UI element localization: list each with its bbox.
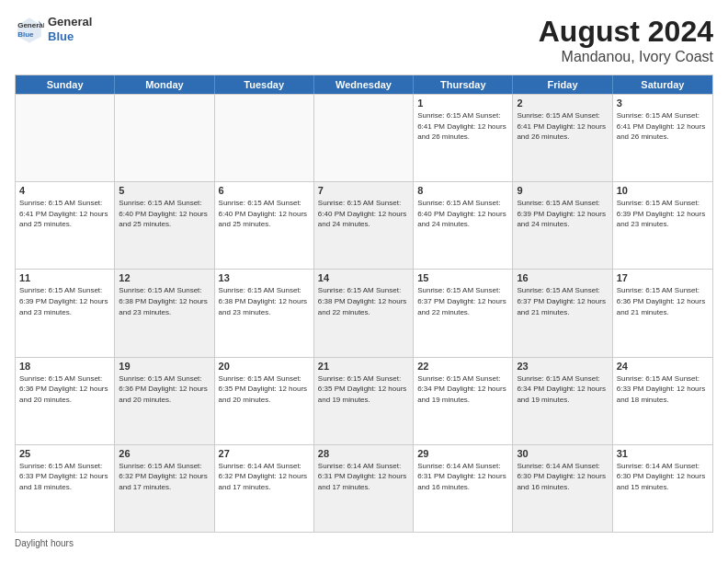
day-number: 23 [517, 361, 608, 372]
day-number: 16 [517, 272, 608, 283]
day-number: 10 [617, 185, 709, 196]
calendar-cell: 17Sunrise: 6:15 AM Sunset: 6:36 PM Dayli… [613, 270, 712, 356]
calendar-header-cell: Friday [513, 75, 612, 94]
day-number: 19 [119, 361, 210, 372]
calendar-header-cell: Saturday [613, 75, 712, 94]
day-info: Sunrise: 6:15 AM Sunset: 6:37 PM Dayligh… [517, 285, 608, 317]
calendar-cell: 27Sunrise: 6:14 AM Sunset: 6:32 PM Dayli… [215, 445, 314, 532]
day-info: Sunrise: 6:15 AM Sunset: 6:38 PM Dayligh… [119, 285, 210, 317]
day-info: Sunrise: 6:15 AM Sunset: 6:33 PM Dayligh… [19, 461, 110, 493]
day-info: Sunrise: 6:14 AM Sunset: 6:31 PM Dayligh… [417, 461, 508, 493]
logo-text: General Blue [48, 15, 92, 43]
day-number: 4 [19, 185, 110, 196]
calendar-cell: 3Sunrise: 6:15 AM Sunset: 6:41 PM Daylig… [613, 95, 712, 181]
day-info: Sunrise: 6:15 AM Sunset: 6:40 PM Dayligh… [119, 198, 210, 230]
calendar-cell: 21Sunrise: 6:15 AM Sunset: 6:35 PM Dayli… [314, 358, 414, 444]
day-info: Sunrise: 6:14 AM Sunset: 6:30 PM Dayligh… [617, 461, 709, 493]
day-number: 14 [318, 272, 409, 283]
calendar-cell: 16Sunrise: 6:15 AM Sunset: 6:37 PM Dayli… [513, 270, 612, 356]
calendar-cell: 2Sunrise: 6:15 AM Sunset: 6:41 PM Daylig… [513, 95, 612, 181]
day-number: 12 [119, 272, 210, 283]
day-number: 27 [219, 448, 310, 459]
calendar-cell [215, 95, 314, 181]
calendar-cell: 11Sunrise: 6:15 AM Sunset: 6:39 PM Dayli… [16, 270, 115, 356]
calendar-cell: 4Sunrise: 6:15 AM Sunset: 6:41 PM Daylig… [16, 182, 115, 269]
page-title: August 2024 [539, 15, 713, 49]
day-info: Sunrise: 6:15 AM Sunset: 6:32 PM Dayligh… [119, 461, 210, 493]
logo-line2: Blue [48, 29, 92, 44]
calendar-cell: 14Sunrise: 6:15 AM Sunset: 6:38 PM Dayli… [314, 270, 414, 356]
day-info: Sunrise: 6:15 AM Sunset: 6:40 PM Dayligh… [318, 198, 409, 230]
calendar-header-cell: Wednesday [314, 75, 414, 94]
logo: General Blue General Blue [15, 15, 92, 44]
day-info: Sunrise: 6:15 AM Sunset: 6:37 PM Dayligh… [417, 285, 508, 317]
day-info: Sunrise: 6:15 AM Sunset: 6:39 PM Dayligh… [517, 198, 608, 230]
day-number: 17 [617, 272, 709, 283]
calendar-cell: 9Sunrise: 6:15 AM Sunset: 6:39 PM Daylig… [513, 182, 612, 269]
calendar-header-cell: Sunday [16, 75, 115, 94]
day-number: 6 [219, 185, 310, 196]
day-number: 9 [517, 185, 608, 196]
day-info: Sunrise: 6:15 AM Sunset: 6:36 PM Dayligh… [617, 285, 709, 317]
svg-text:Blue: Blue [17, 30, 34, 39]
day-number: 15 [417, 272, 508, 283]
day-number: 1 [417, 98, 508, 109]
day-info: Sunrise: 6:15 AM Sunset: 6:34 PM Dayligh… [417, 373, 508, 406]
calendar-cell: 12Sunrise: 6:15 AM Sunset: 6:38 PM Dayli… [115, 270, 214, 356]
title-block: August 2024 Mandanou, Ivory Coast [539, 15, 713, 65]
page-subtitle: Mandanou, Ivory Coast [539, 49, 713, 65]
day-number: 31 [617, 448, 709, 459]
calendar-week: 11Sunrise: 6:15 AM Sunset: 6:39 PM Dayli… [16, 269, 712, 356]
day-number: 5 [119, 185, 210, 196]
calendar-cell: 19Sunrise: 6:15 AM Sunset: 6:36 PM Dayli… [115, 358, 214, 444]
day-info: Sunrise: 6:15 AM Sunset: 6:35 PM Dayligh… [318, 373, 409, 406]
day-number: 8 [417, 185, 508, 196]
daylight-note: Daylight hours [15, 538, 74, 548]
day-number: 26 [119, 448, 210, 459]
day-info: Sunrise: 6:15 AM Sunset: 6:41 PM Dayligh… [19, 198, 110, 230]
day-info: Sunrise: 6:15 AM Sunset: 6:39 PM Dayligh… [19, 285, 110, 317]
day-info: Sunrise: 6:15 AM Sunset: 6:33 PM Dayligh… [617, 373, 709, 406]
day-info: Sunrise: 6:15 AM Sunset: 6:41 PM Dayligh… [617, 110, 709, 143]
calendar-header: SundayMondayTuesdayWednesdayThursdayFrid… [16, 75, 712, 94]
calendar-cell: 15Sunrise: 6:15 AM Sunset: 6:37 PM Dayli… [414, 270, 513, 356]
calendar-cell: 8Sunrise: 6:15 AM Sunset: 6:40 PM Daylig… [414, 182, 513, 269]
day-number: 25 [19, 448, 110, 459]
calendar-cell: 7Sunrise: 6:15 AM Sunset: 6:40 PM Daylig… [314, 182, 414, 269]
calendar-cell: 24Sunrise: 6:15 AM Sunset: 6:33 PM Dayli… [613, 358, 712, 444]
page: General Blue General Blue August 2024 Ma… [0, 0, 728, 563]
day-number: 3 [617, 98, 709, 109]
header: General Blue General Blue August 2024 Ma… [15, 15, 713, 65]
day-number: 28 [318, 448, 409, 459]
calendar: SundayMondayTuesdayWednesdayThursdayFrid… [15, 75, 713, 533]
day-number: 13 [219, 272, 310, 283]
calendar-week: 25Sunrise: 6:15 AM Sunset: 6:33 PM Dayli… [16, 444, 712, 532]
calendar-cell [115, 95, 214, 181]
day-info: Sunrise: 6:15 AM Sunset: 6:41 PM Dayligh… [517, 110, 608, 143]
day-info: Sunrise: 6:14 AM Sunset: 6:32 PM Dayligh… [219, 461, 310, 493]
calendar-week: 1Sunrise: 6:15 AM Sunset: 6:41 PM Daylig… [16, 94, 712, 181]
calendar-cell: 6Sunrise: 6:15 AM Sunset: 6:40 PM Daylig… [215, 182, 314, 269]
day-number: 2 [517, 98, 608, 109]
day-info: Sunrise: 6:15 AM Sunset: 6:40 PM Dayligh… [417, 198, 508, 230]
calendar-cell: 13Sunrise: 6:15 AM Sunset: 6:38 PM Dayli… [215, 270, 314, 356]
day-info: Sunrise: 6:15 AM Sunset: 6:41 PM Dayligh… [417, 110, 508, 143]
calendar-header-cell: Monday [115, 75, 214, 94]
day-number: 30 [517, 448, 608, 459]
footer-note: Daylight hours [15, 538, 713, 548]
day-number: 11 [19, 272, 110, 283]
calendar-cell: 5Sunrise: 6:15 AM Sunset: 6:40 PM Daylig… [115, 182, 214, 269]
calendar-week: 18Sunrise: 6:15 AM Sunset: 6:36 PM Dayli… [16, 357, 712, 444]
day-info: Sunrise: 6:15 AM Sunset: 6:34 PM Dayligh… [517, 373, 608, 406]
calendar-cell [314, 95, 414, 181]
calendar-cell: 10Sunrise: 6:15 AM Sunset: 6:39 PM Dayli… [613, 182, 712, 269]
day-info: Sunrise: 6:15 AM Sunset: 6:36 PM Dayligh… [119, 373, 210, 406]
calendar-cell: 22Sunrise: 6:15 AM Sunset: 6:34 PM Dayli… [414, 358, 513, 444]
calendar-cell: 18Sunrise: 6:15 AM Sunset: 6:36 PM Dayli… [16, 358, 115, 444]
day-info: Sunrise: 6:15 AM Sunset: 6:38 PM Dayligh… [219, 285, 310, 317]
day-number: 7 [318, 185, 409, 196]
calendar-cell: 1Sunrise: 6:15 AM Sunset: 6:41 PM Daylig… [414, 95, 513, 181]
day-number: 22 [417, 361, 508, 372]
calendar-cell: 20Sunrise: 6:15 AM Sunset: 6:35 PM Dayli… [215, 358, 314, 444]
day-info: Sunrise: 6:14 AM Sunset: 6:31 PM Dayligh… [318, 461, 409, 493]
